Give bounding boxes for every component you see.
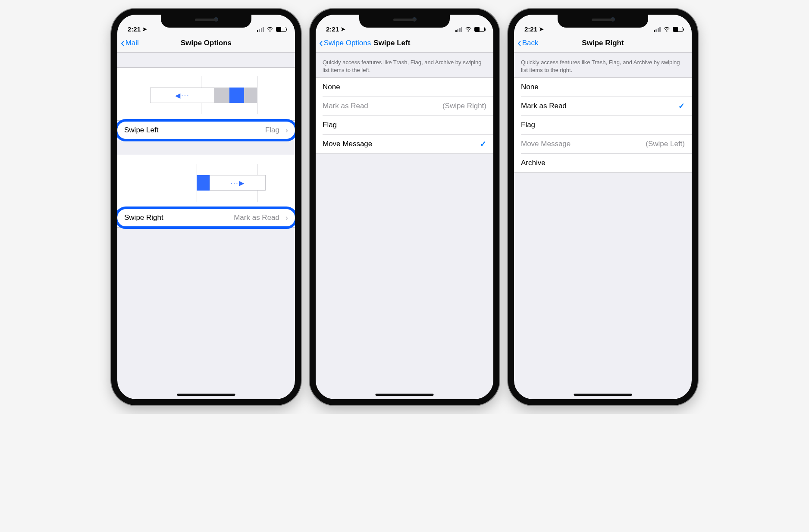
checkmark-icon: ✓ (678, 101, 685, 111)
option-label: Move Message (323, 140, 372, 148)
option-label: Flag (323, 121, 337, 129)
swipe-right-preview: ···▶ (117, 155, 295, 208)
location-services-icon: ➤ (539, 26, 544, 32)
chevron-right-icon: › (285, 126, 288, 135)
option-label: Move Message (521, 140, 571, 148)
notch-speaker (393, 19, 416, 21)
row-value: Mark as Read (234, 213, 279, 222)
option-label: None (521, 83, 539, 91)
home-indicator[interactable] (177, 394, 235, 396)
option-note: (Swipe Right) (442, 102, 486, 110)
option-archive[interactable]: Archive (514, 153, 692, 172)
location-services-icon: ➤ (142, 26, 147, 32)
arrow-left-icon: ◀··· (175, 91, 189, 100)
status-bar: 2:21 ➤ (316, 15, 493, 34)
battery-icon (474, 27, 485, 32)
option-label: Mark as Read (521, 102, 567, 110)
nav-bar: ‹ Mail Swipe Options (117, 34, 295, 53)
content-area: ◀··· Swipe Left Flag › (117, 53, 295, 228)
page-title: Swipe Left (373, 39, 410, 47)
wifi-icon (465, 25, 472, 33)
page-title: Swipe Right (582, 39, 624, 47)
swipe-left-row[interactable]: Swipe Left Flag › (117, 121, 295, 140)
wifi-icon (663, 25, 670, 33)
checkmark-icon: ✓ (480, 139, 486, 149)
status-bar: 2:21 ➤ (514, 15, 692, 34)
option-move-message: Move Message (Swipe Left) (514, 135, 692, 153)
option-none[interactable]: None (316, 78, 493, 97)
swipe-left-preview: ◀··· (117, 67, 295, 120)
back-button[interactable]: ‹ Swipe Options (319, 38, 371, 48)
section-description: Quickly access features like Trash, Flag… (514, 53, 692, 77)
chevron-left-icon: ‹ (121, 37, 125, 48)
status-time: 2:21 (524, 25, 537, 33)
status-time: 2:21 (326, 25, 339, 33)
option-mark-as-read[interactable]: Mark as Read ✓ (514, 97, 692, 116)
section-description: Quickly access features like Trash, Flag… (316, 53, 493, 77)
option-none[interactable]: None (514, 78, 692, 97)
option-mark-as-read: Mark as Read (Swipe Right) (316, 97, 493, 116)
option-label: None (323, 83, 340, 91)
wifi-icon (267, 25, 273, 33)
arrow-right-icon: ···▶ (230, 179, 245, 187)
option-label: Archive (521, 159, 546, 167)
back-label: Mail (125, 39, 139, 47)
swipe-right-row[interactable]: Swipe Right Mark as Read › (117, 208, 295, 227)
battery-icon (673, 27, 683, 32)
option-note: (Swipe Left) (646, 140, 685, 148)
cellular-signal-icon (257, 27, 264, 32)
location-services-icon: ➤ (341, 26, 345, 32)
notch-speaker (592, 19, 614, 21)
option-flag[interactable]: Flag (514, 116, 692, 135)
options-list: None Mark as Read ✓ Flag Move Message (S… (514, 77, 692, 173)
back-button[interactable]: ‹ Mail (121, 38, 139, 48)
cellular-signal-icon (455, 27, 463, 32)
home-indicator[interactable] (376, 394, 434, 396)
row-value: Flag (265, 126, 279, 135)
home-indicator[interactable] (574, 394, 632, 396)
content-area: Quickly access features like Trash, Flag… (316, 53, 493, 154)
option-label: Flag (521, 121, 535, 129)
back-label: Swipe Options (324, 39, 371, 47)
content-area: Quickly access features like Trash, Flag… (514, 53, 692, 173)
status-time: 2:21 (128, 25, 141, 33)
option-move-message[interactable]: Move Message ✓ (316, 135, 493, 153)
chevron-left-icon: ‹ (319, 37, 323, 48)
row-label: Swipe Right (124, 213, 163, 222)
back-label: Back (522, 39, 539, 47)
nav-bar: ‹ Back Swipe Right (514, 34, 692, 53)
options-list: None Mark as Read (Swipe Right) Flag Mov… (316, 77, 493, 154)
phone-swipe-right: 2:21 ➤ ‹ Back Swipe Right Quickly access… (508, 9, 698, 405)
phone-swipe-left: 2:21 ➤ ‹ Swipe Options Swipe Left Quickl… (310, 9, 499, 405)
page-title: Swipe Options (181, 39, 232, 47)
chevron-left-icon: ‹ (517, 37, 521, 48)
chevron-right-icon: › (285, 213, 288, 222)
battery-icon (276, 27, 286, 32)
back-button[interactable]: ‹ Back (517, 38, 538, 48)
option-flag[interactable]: Flag (316, 116, 493, 135)
cellular-signal-icon (654, 27, 661, 32)
phone-swipe-options: 2:21 ➤ ‹ Mail Swipe Options ◀··· (111, 9, 301, 405)
row-label: Swipe Left (124, 126, 158, 135)
notch-speaker (195, 19, 217, 21)
option-label: Mark as Read (323, 102, 368, 110)
status-bar: 2:21 ➤ (117, 15, 295, 34)
nav-bar: ‹ Swipe Options Swipe Left (316, 34, 493, 53)
